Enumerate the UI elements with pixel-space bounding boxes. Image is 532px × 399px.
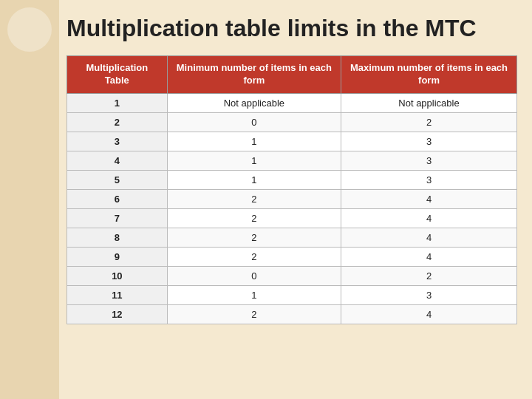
cell-minimum: 2 [167, 304, 341, 324]
cell-table-number: 2 [67, 112, 168, 132]
cell-maximum: 2 [341, 266, 517, 285]
col-header-table: Multiplication Table [67, 56, 168, 94]
table-row: 724 [67, 208, 517, 228]
cell-maximum: 4 [341, 189, 517, 208]
cell-table-number: 10 [67, 266, 168, 285]
cell-minimum: 1 [167, 285, 341, 304]
cell-maximum: 3 [341, 285, 517, 304]
main-content: Multiplication table limits in the MTC M… [59, 0, 532, 399]
cell-table-number: 1 [67, 93, 168, 112]
cell-maximum: 4 [341, 304, 517, 324]
cell-maximum: 3 [341, 151, 517, 170]
table-row: 1002 [67, 266, 517, 285]
cell-minimum: 2 [167, 189, 341, 208]
cell-minimum: 1 [167, 132, 341, 151]
table-row: 1Not applicableNot applicable [67, 93, 517, 112]
table-row: 413 [67, 151, 517, 170]
table-row: 1113 [67, 285, 517, 304]
cell-table-number: 3 [67, 132, 168, 151]
table-row: 1224 [67, 304, 517, 324]
table-header-row: Multiplication Table Minimum number of i… [67, 56, 517, 94]
table-row: 924 [67, 247, 517, 266]
table-row: 624 [67, 189, 517, 208]
cell-minimum: 0 [167, 112, 341, 132]
cell-minimum: 1 [167, 170, 341, 189]
cell-minimum: 0 [167, 266, 341, 285]
cell-minimum: 2 [167, 247, 341, 266]
circle-decoration [7, 7, 52, 52]
cell-table-number: 8 [67, 228, 168, 247]
table-row: 313 [67, 132, 517, 151]
cell-maximum: 4 [341, 208, 517, 228]
cell-maximum: 3 [341, 170, 517, 189]
table-row: 824 [67, 228, 517, 247]
cell-table-number: 4 [67, 151, 168, 170]
col-header-maximum: Maximum number of items in each form [341, 56, 517, 94]
cell-minimum: 1 [167, 151, 341, 170]
cell-table-number: 7 [67, 208, 168, 228]
cell-minimum: 2 [167, 208, 341, 228]
page-title: Multiplication table limits in the MTC [66, 15, 517, 42]
cell-maximum: 3 [341, 132, 517, 151]
cell-maximum: 2 [341, 112, 517, 132]
cell-table-number: 5 [67, 170, 168, 189]
cell-maximum: 4 [341, 247, 517, 266]
cell-table-number: 11 [67, 285, 168, 304]
multiplication-table: Multiplication Table Minimum number of i… [66, 55, 517, 324]
cell-table-number: 12 [67, 304, 168, 324]
cell-minimum: Not applicable [167, 93, 341, 112]
cell-table-number: 6 [67, 189, 168, 208]
cell-minimum: 2 [167, 228, 341, 247]
background-panel [0, 0, 59, 399]
col-header-minimum: Minimum number of items in each form [167, 56, 341, 94]
cell-maximum: 4 [341, 228, 517, 247]
cell-table-number: 9 [67, 247, 168, 266]
table-row: 202 [67, 112, 517, 132]
table-row: 513 [67, 170, 517, 189]
cell-maximum: Not applicable [341, 93, 517, 112]
